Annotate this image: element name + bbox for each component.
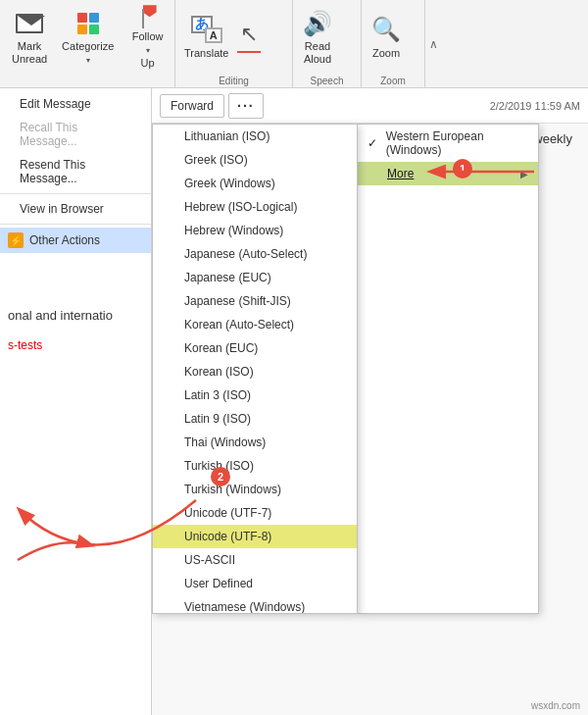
email-content-left: onal and internatio <box>0 296 151 334</box>
read-aloud-label: ReadAloud <box>304 40 331 66</box>
western-european-item[interactable]: ✓ Western European (Windows) <box>358 125 538 162</box>
more-item[interactable]: More ▶ <box>358 162 538 185</box>
email-text-snippet: onal and internatio <box>8 308 113 323</box>
encoding-label: Thai (Windows) <box>184 435 266 449</box>
encoding-item-turkish-windows[interactable]: Turkish (Windows) <box>153 478 357 501</box>
menu-edit-message[interactable]: Edit Message <box>0 92 151 116</box>
ribbon-group-tags: Mark Unread Categorize ▾ Follow ▾Up <box>4 0 175 88</box>
encoding-label: Hebrew (Windows) <box>184 224 283 237</box>
encoding-item-unicode-utf8[interactable]: Unicode (UTF-8) <box>153 525 357 548</box>
translate-button[interactable]: あ A Translate <box>177 4 235 71</box>
encoding-label: Latin 9 (ISO) <box>184 412 251 426</box>
speech-section-label: Speech <box>293 76 361 86</box>
ribbon-expand[interactable]: ∧ <box>425 0 442 87</box>
encoding-label: Japanese (Auto-Select) <box>184 247 307 261</box>
ribbon-group-editing: あ A Translate ↖ Editing <box>175 0 293 88</box>
ribbon-group-speech: 🔊 ReadAloud Speech <box>293 0 362 88</box>
encoding-item-us-ascii[interactable]: US-ASCII <box>153 548 357 572</box>
menu-other-actions[interactable]: ⚡ Other Actions <box>0 228 151 253</box>
cursor-icon: ↖ <box>240 22 258 47</box>
encoding-label: Hebrew (ISO-Logical) <box>184 200 297 214</box>
encoding-item-japanese-euc[interactable]: Japanese (EUC) <box>153 266 357 289</box>
encoding-label: Korean (ISO) <box>184 365 254 379</box>
more-actions-button[interactable]: ··· <box>228 93 264 119</box>
encoding-item-latin9[interactable]: Latin 9 (ISO) <box>153 407 357 431</box>
zoom-button[interactable]: 🔍 Zoom <box>364 4 409 71</box>
encoding-item-turkish-iso[interactable]: Turkish (ISO) <box>153 454 357 478</box>
encoding-label: Japanese (EUC) <box>184 271 271 284</box>
encoding-item-hebrew-iso-logical[interactable]: Hebrew (ISO-Logical) <box>153 195 357 219</box>
categories-icon <box>73 9 104 38</box>
submenu-arrow-icon: ▶ <box>520 169 528 179</box>
envelope-icon <box>14 9 45 38</box>
chevron-up-icon: ∧ <box>429 37 438 51</box>
encoding-label: Turkish (Windows) <box>184 483 281 496</box>
encoding-label: US-ASCII <box>184 553 235 567</box>
read-aloud-button[interactable]: 🔊 ReadAloud <box>295 4 340 71</box>
categorize-label: Categorize ▾ <box>60 40 116 66</box>
menu-resend-message[interactable]: Resend This Message... <box>0 153 151 190</box>
flag-icon <box>132 5 164 28</box>
right-panel: Forward ··· 2/2/2019 11:59 AM Lithuanian… <box>152 88 588 715</box>
encoding-label: Greek (ISO) <box>184 153 248 167</box>
edit-message-label: Edit Message <box>20 97 91 111</box>
encoding-label: Korean (EUC) <box>184 341 258 355</box>
encoding-item-greek-windows[interactable]: Greek (Windows) <box>153 172 357 195</box>
encoding-item-japanese-autoselect[interactable]: Japanese (Auto-Select) <box>153 242 357 266</box>
cursor-button[interactable]: ↖ <box>235 4 263 71</box>
message-toolbar: Forward ··· 2/2/2019 11:59 AM <box>152 88 588 124</box>
watermark: wsxdn.com <box>531 700 580 711</box>
email-date: 2/2/2019 11:59 AM <box>490 100 580 112</box>
email-link[interactable]: s-tests <box>8 338 42 352</box>
encoding-item-greek-iso[interactable]: Greek (ISO) <box>153 148 357 172</box>
checkmark-icon: ✓ <box>368 136 380 150</box>
left-panel: Edit Message Recall This Message... Rese… <box>0 88 152 715</box>
resend-message-label: Resend This Message... <box>20 158 85 185</box>
menu-separator <box>0 193 151 194</box>
encoding-item-unicode-utf7[interactable]: Unicode (UTF-7) <box>153 501 357 525</box>
editing-section-label: Editing <box>175 76 292 86</box>
encoding-label: Unicode (UTF-7) <box>184 506 271 520</box>
forward-button[interactable]: Forward <box>160 94 224 118</box>
encoding-item-vietnamese[interactable]: Vietnamese (Windows) <box>153 595 357 614</box>
encoding-label: Turkish (ISO) <box>184 459 254 473</box>
menu-view-browser[interactable]: View in Browser <box>0 197 151 221</box>
categorize-button[interactable]: Categorize ▾ <box>53 4 122 71</box>
encoding-item-korean-autoselect[interactable]: Korean (Auto-Select) <box>153 313 357 336</box>
encoding-label: Korean (Auto-Select) <box>184 318 294 332</box>
encoding-item-latin3[interactable]: Latin 3 (ISO) <box>153 383 357 407</box>
menu-separator-2 <box>0 224 151 225</box>
encoding-right-panel: ✓ Western European (Windows) More ▶ <box>358 124 539 614</box>
other-actions-label: Other Actions <box>29 233 100 247</box>
encoding-item-lithuanian-iso[interactable]: Lithuanian (ISO) <box>153 125 357 148</box>
encoding-label: Greek (Windows) <box>184 177 275 190</box>
translate-label: Translate <box>184 47 228 60</box>
encoding-label: Unicode (UTF-8) <box>184 530 271 543</box>
encoding-item-korean-euc[interactable]: Korean (EUC) <box>153 336 357 360</box>
follow-up-label: Follow ▾Up <box>129 30 166 70</box>
other-actions-icon: ⚡ <box>8 232 24 248</box>
translate-icon: あ A <box>191 14 222 45</box>
recall-message-label: Recall This Message... <box>20 121 77 148</box>
encoding-label: User Defined <box>184 577 253 590</box>
encoding-item-user-defined[interactable]: User Defined <box>153 572 357 595</box>
arrow-annotation-2 <box>8 526 106 568</box>
encoding-label: Latin 3 (ISO) <box>184 388 251 402</box>
encoding-item-japanese-shiftjis[interactable]: Japanese (Shift-JIS) <box>153 289 357 313</box>
encoding-item-thai[interactable]: Thai (Windows) <box>153 431 357 454</box>
ribbon: Mark Unread Categorize ▾ Follow ▾Up <box>0 0 588 88</box>
encoding-overlay: Lithuanian (ISO) Greek (ISO) Greek (Wind… <box>152 124 539 614</box>
speaker-icon: 🔊 <box>302 9 333 38</box>
zoom-icon: 🔍 <box>370 14 402 45</box>
ribbon-group-zoom: 🔍 Zoom Zoom <box>362 0 425 88</box>
zoom-label: Zoom <box>372 47 400 60</box>
main-area: Edit Message Recall This Message... Rese… <box>0 88 588 715</box>
mark-unread-button[interactable]: Mark Unread <box>6 4 53 71</box>
view-browser-label: View in Browser <box>20 202 104 216</box>
encoding-item-korean-iso[interactable]: Korean (ISO) <box>153 360 357 383</box>
encoding-item-hebrew-windows[interactable]: Hebrew (Windows) <box>153 219 357 242</box>
encoding-list[interactable]: Lithuanian (ISO) Greek (ISO) Greek (Wind… <box>152 124 358 614</box>
menu-recall-message: Recall This Message... <box>0 116 151 153</box>
follow-up-button[interactable]: Follow ▾Up <box>122 4 172 71</box>
mark-unread-label: Mark Unread <box>12 40 47 66</box>
